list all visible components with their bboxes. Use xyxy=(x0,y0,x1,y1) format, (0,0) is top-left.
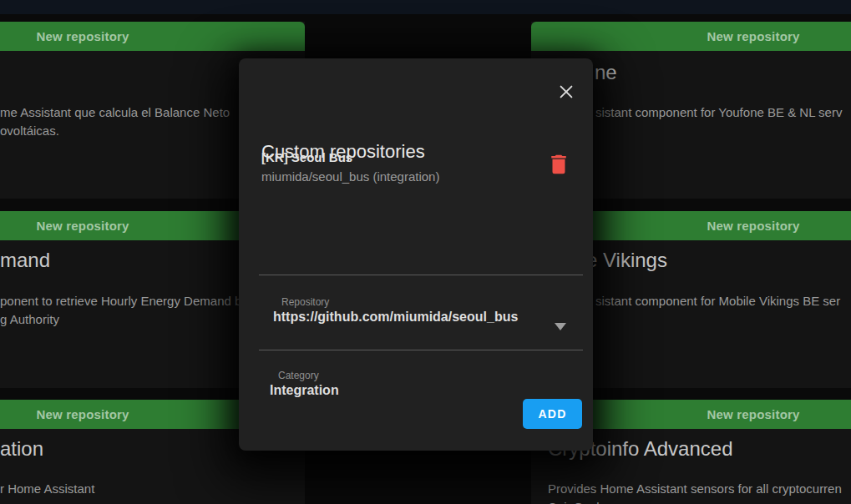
card-title: mand xyxy=(0,249,50,272)
app-header-bar xyxy=(0,0,851,14)
repository-label: Repository xyxy=(281,296,329,308)
repo-name: [KR] Seoul Bus xyxy=(261,150,352,164)
card-description: sistant component for Mobile Vikings BE … xyxy=(595,292,840,310)
card-title: ne xyxy=(595,61,617,84)
badge-label: New repository xyxy=(36,407,129,421)
close-button[interactable] xyxy=(553,78,580,105)
badge-label: New repository xyxy=(707,407,799,421)
hacs-store-page: New repository me Assistant que calcula … xyxy=(0,0,851,504)
card-description: Provides Home Assistant sensors for all … xyxy=(548,480,842,504)
badge-label: New repository xyxy=(36,29,129,43)
repository-input[interactable] xyxy=(273,310,574,325)
close-icon xyxy=(557,83,575,101)
trash-icon xyxy=(546,150,571,179)
card-title: ation xyxy=(0,437,43,461)
repo-detail: miumida/seoul_bus (integration) xyxy=(261,169,439,184)
add-button[interactable]: ADD xyxy=(523,399,582,429)
chevron-down-icon[interactable] xyxy=(555,323,566,330)
badge-label: New repository xyxy=(36,219,129,233)
category-label: Category xyxy=(278,370,319,381)
delete-repository-button[interactable] xyxy=(545,149,573,180)
badge-label: New repository xyxy=(707,219,799,233)
card-title: e Vikings xyxy=(586,249,667,272)
card-description: sistant component for Youfone BE & NL se… xyxy=(595,103,842,122)
category-select[interactable]: Integration xyxy=(270,383,339,398)
custom-repositories-dialog: Custom repositories [KR] Seoul Bus miumi… xyxy=(239,58,593,451)
card-description: ponent to retrieve Hourly Energy Demand … xyxy=(0,292,241,329)
card-description: me Assistant que calcula el Balance Neto… xyxy=(0,103,230,140)
category-underline xyxy=(259,350,583,350)
card-description: r Home Assistant xyxy=(0,480,94,498)
badge-label: New repository xyxy=(707,29,799,43)
new-repository-badge: New repository xyxy=(0,22,305,51)
new-repository-badge: New repository xyxy=(531,22,851,51)
repository-underline xyxy=(259,275,583,275)
